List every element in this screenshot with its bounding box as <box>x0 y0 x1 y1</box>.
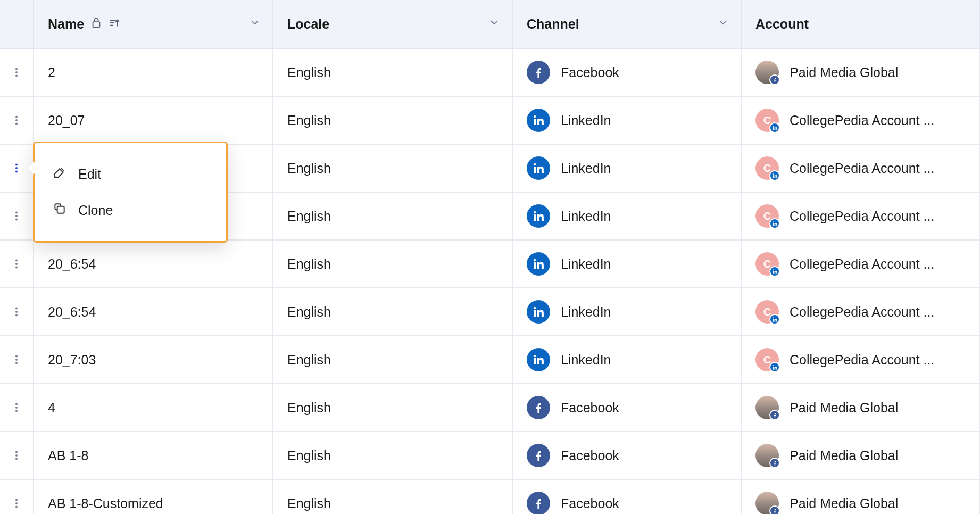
clone-icon <box>53 202 67 219</box>
menu-item-label: Edit <box>78 167 101 182</box>
cell-name: 20_7:03 <box>34 336 273 384</box>
channel-label: Facebook <box>561 496 619 511</box>
channel-label: LinkedIn <box>561 352 611 368</box>
facebook-icon <box>769 410 780 420</box>
table-row[interactable]: 20_6:54EnglishLinkedInCCollegePedia Acco… <box>0 288 980 336</box>
cell-account: Paid Media Global <box>742 432 980 480</box>
column-header-account[interactable]: Account <box>742 0 980 49</box>
cell-locale: English <box>273 241 513 288</box>
cell-locale: English <box>273 193 513 241</box>
linkedin-icon <box>527 109 550 132</box>
cell-locale: English <box>273 145 513 193</box>
table-row[interactable]: 2EnglishFacebookPaid Media Global <box>0 49 980 97</box>
table-row[interactable]: AB 1-8-CustomizedEnglishFacebookPaid Med… <box>0 480 980 514</box>
more-actions-button[interactable] <box>7 299 26 325</box>
facebook-icon <box>769 74 780 85</box>
kebab-icon <box>11 495 22 511</box>
linkedin-icon <box>527 204 550 228</box>
more-actions-button[interactable] <box>7 491 26 514</box>
sort-icon[interactable] <box>109 16 120 32</box>
account-avatar: C <box>755 252 779 276</box>
cell-locale: English <box>273 432 513 480</box>
account-label: Paid Media Global <box>790 496 898 511</box>
cell-locale: English <box>273 288 513 336</box>
row-actions-cell <box>0 432 34 480</box>
account-avatar: C <box>755 109 779 132</box>
account-avatar <box>755 396 779 419</box>
linkedin-icon <box>769 314 780 325</box>
more-actions-button[interactable] <box>7 443 26 468</box>
more-actions-button[interactable] <box>7 395 26 420</box>
facebook-icon <box>527 396 550 419</box>
cell-locale: English <box>273 384 513 432</box>
more-actions-button[interactable] <box>7 107 26 133</box>
cell-name: 20_6:54 <box>34 288 273 336</box>
linkedin-icon <box>527 156 550 180</box>
chevron-down-icon[interactable] <box>717 16 729 32</box>
channel-label: LinkedIn <box>561 304 611 320</box>
table-row[interactable]: AB 1-8EnglishFacebookPaid Media Global <box>0 432 980 480</box>
edit-icon <box>53 165 67 183</box>
chevron-down-icon[interactable] <box>249 16 261 32</box>
cell-locale: English <box>273 97 513 145</box>
linkedin-icon <box>769 170 780 181</box>
more-actions-button[interactable] <box>7 347 26 372</box>
cell-account: Paid Media Global <box>742 480 980 514</box>
linkedin-icon <box>527 252 550 276</box>
lock-icon <box>90 16 102 32</box>
more-actions-button[interactable] <box>7 155 26 181</box>
linkedin-icon <box>769 362 780 372</box>
channel-label: LinkedIn <box>561 113 611 128</box>
menu-item-label: Clone <box>78 203 113 218</box>
column-label: Name <box>48 16 84 32</box>
facebook-icon <box>527 492 550 514</box>
row-actions-cell <box>0 384 34 432</box>
cell-account: CCollegePedia Account ... <box>742 97 980 145</box>
more-actions-button[interactable] <box>7 60 26 85</box>
cell-name: AB 1-8 <box>34 432 273 480</box>
table-row[interactable]: 4EnglishFacebookPaid Media Global <box>0 384 980 432</box>
cell-channel: LinkedIn <box>513 241 742 288</box>
facebook-icon <box>527 61 550 84</box>
row-actions-cell <box>0 49 34 97</box>
cell-channel: LinkedIn <box>513 336 742 384</box>
more-actions-button[interactable] <box>7 251 26 277</box>
facebook-icon <box>527 444 550 467</box>
row-actions-cell <box>0 193 34 241</box>
linkedin-icon <box>527 348 550 371</box>
table-row[interactable]: 20_6:54EnglishLinkedInCCollegePedia Acco… <box>0 241 980 288</box>
cell-name: 4 <box>34 384 273 432</box>
account-label: CollegePedia Account ... <box>790 209 934 224</box>
channel-label: Facebook <box>561 65 619 80</box>
row-actions-cell <box>0 97 34 145</box>
channel-label: LinkedIn <box>561 256 611 272</box>
account-avatar: C <box>755 156 779 180</box>
column-header-channel[interactable]: Channel <box>513 0 742 49</box>
account-label: Paid Media Global <box>790 400 898 416</box>
account-label: CollegePedia Account ... <box>790 113 934 128</box>
cell-channel: LinkedIn <box>513 288 742 336</box>
cell-account: CCollegePedia Account ... <box>742 288 980 336</box>
cell-name: AB 1-8-Customized <box>34 480 273 514</box>
menu-item-clone[interactable]: Clone <box>35 192 226 228</box>
table-row[interactable]: 20_07EnglishLinkedInCCollegePedia Accoun… <box>0 97 980 145</box>
account-avatar <box>755 61 779 84</box>
cell-account: CCollegePedia Account ... <box>742 241 980 288</box>
table-row[interactable]: 20_7:03EnglishLinkedInCCollegePedia Acco… <box>0 336 980 384</box>
account-label: CollegePedia Account ... <box>790 161 934 176</box>
column-header-actions <box>0 0 34 49</box>
cell-locale: English <box>273 480 513 514</box>
cell-channel: Facebook <box>513 49 742 97</box>
more-actions-button[interactable] <box>7 203 26 229</box>
column-header-locale[interactable]: Locale <box>273 0 513 49</box>
row-actions-cell <box>0 480 34 514</box>
menu-item-edit[interactable]: Edit <box>35 156 226 192</box>
cell-name: 20_6:54 <box>34 241 273 288</box>
column-header-name[interactable]: Name <box>34 0 273 49</box>
chevron-down-icon[interactable] <box>488 16 500 32</box>
kebab-icon <box>11 256 22 272</box>
cell-account: CCollegePedia Account ... <box>742 336 980 384</box>
account-label: CollegePedia Account ... <box>790 352 934 368</box>
kebab-icon <box>11 447 22 463</box>
kebab-icon <box>11 160 22 176</box>
